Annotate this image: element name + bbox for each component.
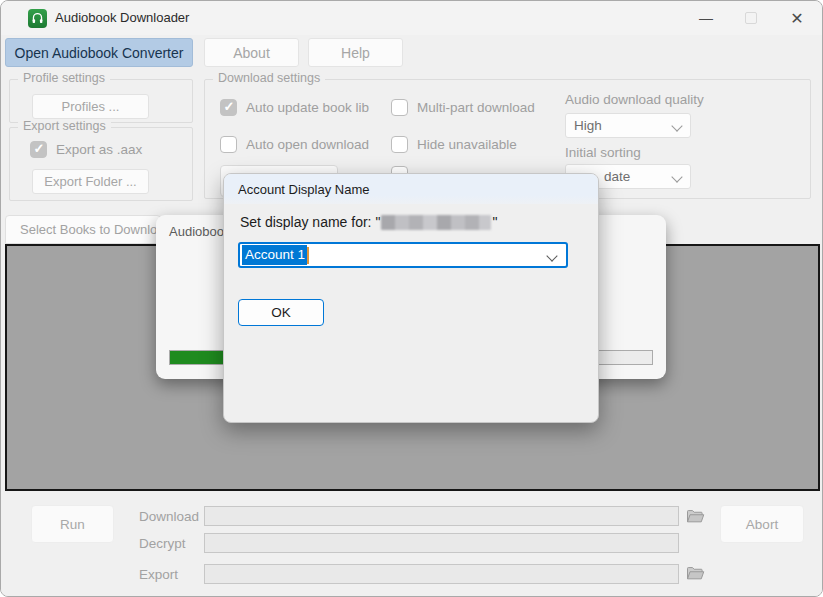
audiobook-logo-icon — [31, 12, 44, 25]
auto-open-download-label: Auto open download — [246, 137, 369, 152]
download-folder-icon[interactable] — [685, 506, 705, 526]
maximize-icon — [745, 12, 757, 24]
multi-part-download-label: Multi-part download — [417, 100, 535, 115]
maximize-button[interactable] — [729, 1, 773, 35]
export-progress-bar — [204, 564, 679, 584]
titlebar: Audiobook Downloader — ✕ — [1, 1, 822, 35]
dialog-prompt: Set display name for: " " — [240, 214, 497, 230]
download-row-label: Download — [139, 509, 199, 524]
export-folder-icon[interactable] — [685, 563, 705, 583]
download-progress-bar — [204, 506, 679, 526]
audio-quality-select[interactable]: High — [565, 113, 691, 138]
initial-sorting-value: date — [604, 169, 630, 184]
dialog-titlebar: Account Display Name — [224, 174, 598, 204]
export-settings-legend: Export settings — [18, 119, 111, 133]
export-as-aax-checkbox[interactable] — [30, 141, 47, 158]
app-icon — [28, 9, 47, 28]
export-as-aax-label: Export as .aax — [56, 142, 142, 157]
open-audiobook-converter-button[interactable]: Open Audiobook Converter — [5, 38, 193, 67]
export-as-aax-checkbox-row: Export as .aax — [30, 141, 142, 158]
account-display-name-dialog: Account Display Name Set display name fo… — [223, 173, 599, 423]
audio-quality-value: High — [574, 118, 602, 133]
display-name-value: Account 1 — [242, 245, 307, 265]
app-window: Audiobook Downloader — ✕ Open Audiobook … — [0, 0, 823, 597]
dialog-title: Account Display Name — [238, 182, 370, 197]
multi-part-download-checkbox[interactable] — [391, 99, 408, 116]
chevron-down-icon — [671, 171, 682, 182]
profile-settings-legend: Profile settings — [18, 71, 110, 85]
export-folder-button[interactable]: Export Folder ... — [32, 169, 149, 194]
profile-settings-group: Profile settings Profiles ... — [9, 79, 193, 123]
download-settings-legend: Download settings — [213, 71, 325, 85]
chevron-down-icon — [671, 120, 682, 131]
abort-button[interactable]: Abort — [720, 505, 804, 543]
auto-update-book-lib-row: Auto update book lib — [220, 99, 369, 116]
audio-quality-label: Audio download quality — [565, 92, 704, 107]
decrypt-row-label: Decrypt — [139, 536, 186, 551]
multi-part-download-row: Multi-part download — [391, 99, 535, 116]
window-title: Audiobook Downloader — [55, 10, 189, 25]
auto-update-book-lib-checkbox[interactable] — [220, 99, 237, 116]
prompt-suffix: " — [492, 214, 497, 230]
screenshot: Audiobook Downloader — ✕ Open Audiobook … — [0, 0, 823, 597]
export-row-label: Export — [139, 567, 178, 582]
decrypt-progress-bar — [204, 533, 679, 553]
profiles-button[interactable]: Profiles ... — [32, 94, 149, 119]
hide-unavailable-checkbox[interactable] — [391, 136, 408, 153]
redacted-account-name — [381, 215, 491, 230]
auto-open-download-checkbox[interactable] — [220, 136, 237, 153]
select-books-tab[interactable]: Select Books to Download ... — [5, 215, 161, 244]
bottom-panel: Run Abort Download Decrypt Export — [1, 493, 823, 597]
help-button[interactable]: Help — [308, 38, 403, 67]
text-caret — [307, 247, 309, 264]
run-button[interactable]: Run — [31, 505, 114, 543]
minimize-button[interactable]: — — [684, 1, 728, 35]
hide-unavailable-row: Hide unavailable — [391, 136, 517, 153]
auto-open-download-row: Auto open download — [220, 136, 369, 153]
ok-button[interactable]: OK — [238, 299, 324, 326]
display-name-combobox[interactable]: Account 1 — [238, 242, 568, 268]
progress-popup-title: Audiobook — [169, 224, 230, 239]
hide-unavailable-label: Hide unavailable — [417, 137, 517, 152]
close-button[interactable]: ✕ — [775, 1, 819, 35]
export-settings-group: Export settings Export as .aax Export Fo… — [9, 127, 193, 201]
prompt-prefix: Set display name for: " — [240, 214, 380, 230]
auto-update-book-lib-label: Auto update book lib — [246, 100, 369, 115]
initial-sorting-label: Initial sorting — [565, 145, 641, 160]
chevron-down-icon[interactable] — [546, 250, 557, 261]
about-button[interactable]: About — [204, 38, 299, 67]
